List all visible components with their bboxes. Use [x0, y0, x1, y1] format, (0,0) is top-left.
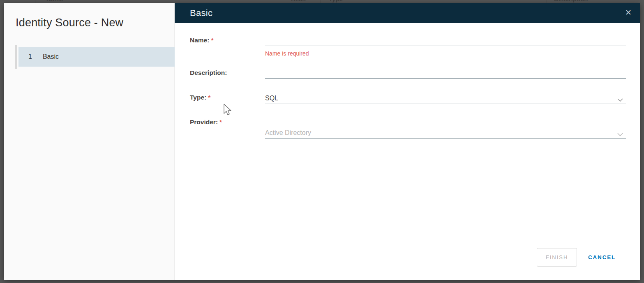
- type-select[interactable]: SQL: [265, 94, 626, 104]
- bg-column-divider: [321, 0, 321, 3]
- bg-column-divider: [287, 0, 287, 3]
- name-field-wrap: [265, 36, 626, 46]
- bg-column-divider: [35, 0, 35, 3]
- chevron-down-icon: [617, 96, 623, 104]
- required-asterisk: *: [211, 37, 213, 44]
- bg-column-name: Name: [46, 0, 63, 2]
- cancel-button[interactable]: CANCEL: [588, 248, 616, 267]
- description-field-wrap: [265, 69, 626, 79]
- dimmed-background-table: Name Alias Type Description: [0, 0, 644, 3]
- name-label: Name:*: [190, 37, 213, 44]
- type-select-value: SQL: [265, 94, 626, 102]
- wizard-sidebar: Identity Source - New 1 Basic: [4, 3, 175, 280]
- wizard-content-panel: Basic ✕ Name:* Name is required Descript…: [175, 3, 640, 280]
- step-label: Basic: [43, 53, 59, 60]
- name-input[interactable]: [265, 36, 626, 46]
- close-icon[interactable]: ✕: [625, 3, 632, 22]
- screen: Name Alias Type Description Identity Sou…: [0, 0, 644, 283]
- wizard-step-basic[interactable]: 1 Basic: [18, 47, 175, 67]
- identity-source-wizard-modal: Identity Source - New 1 Basic Basic ✕ Na…: [4, 3, 640, 280]
- bg-column-alias: Alias: [291, 0, 306, 2]
- bg-column-divider: [547, 0, 547, 3]
- panel-title: Basic: [190, 3, 212, 23]
- step-track-bar: [15, 45, 17, 69]
- step-number: 1: [28, 53, 32, 60]
- finish-button[interactable]: FINISH: [537, 248, 577, 267]
- bg-column-type: Type: [329, 0, 343, 2]
- required-asterisk: *: [219, 118, 222, 125]
- name-error-message: Name is required: [265, 50, 309, 57]
- description-input[interactable]: [265, 69, 626, 79]
- type-label: Type:*: [190, 94, 210, 101]
- bg-column-description: Description: [554, 0, 588, 2]
- provider-label: Provider:*: [190, 118, 222, 126]
- panel-header: Basic ✕: [175, 3, 640, 23]
- required-asterisk: *: [208, 94, 210, 101]
- provider-select-value: Active Directory: [265, 129, 626, 137]
- chevron-down-icon: [617, 131, 623, 138]
- provider-select[interactable]: Active Directory: [265, 129, 626, 139]
- description-label: Description:: [190, 69, 227, 77]
- wizard-title: Identity Source - New: [16, 16, 123, 29]
